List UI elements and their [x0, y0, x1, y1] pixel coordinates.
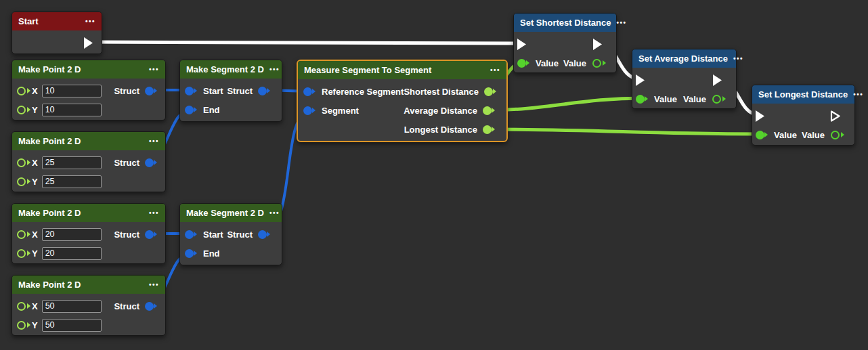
y-label: Y	[32, 105, 38, 115]
node-header[interactable]: Set Longest Distance •••	[752, 85, 854, 104]
reference-segment-input-pin[interactable]	[303, 87, 312, 96]
x-label: X	[32, 229, 38, 240]
value-output-pin[interactable]	[592, 59, 601, 68]
node-menu-icon[interactable]: •••	[485, 66, 500, 74]
struct-output-pin[interactable]	[145, 158, 154, 167]
struct-output-label: Struct	[114, 158, 139, 168]
y-input-pin[interactable]	[17, 177, 26, 186]
value-input-pin[interactable]	[517, 59, 526, 68]
node-title: Set Longest Distance	[758, 89, 848, 100]
end-input-label: End	[203, 248, 220, 259]
node-menu-icon[interactable]: •••	[144, 66, 159, 73]
struct-output-pin[interactable]	[145, 230, 154, 239]
x-value-field[interactable]	[42, 300, 102, 313]
segment-input-pin[interactable]	[303, 106, 312, 115]
start-input-label: Start	[203, 229, 223, 240]
value-input-pin[interactable]	[756, 131, 764, 139]
node-header[interactable]: Set Shortest Distance •••	[514, 14, 616, 32]
node-set-longest-distance[interactable]: Set Longest Distance ••• Value Value	[752, 85, 855, 146]
y-value-field[interactable]	[42, 319, 102, 332]
struct-output-pin[interactable]	[258, 230, 267, 239]
node-header[interactable]: Make Point 2 D •••	[12, 276, 165, 294]
node-set-average-distance[interactable]: Set Average Distance ••• Value Value	[632, 49, 737, 109]
node-header[interactable]: Start •••	[12, 12, 102, 30]
x-value-field[interactable]	[42, 156, 102, 169]
value-output-label: Value	[563, 58, 586, 68]
node-menu-icon[interactable]: •••	[611, 19, 626, 26]
node-make-segment-1[interactable]: Make Segment 2 D ••• Start Struct End	[179, 60, 282, 122]
struct-output-pin[interactable]	[145, 302, 154, 311]
exec-input-pin[interactable]	[517, 38, 527, 51]
y-label: Y	[32, 248, 38, 259]
node-menu-icon[interactable]: •••	[80, 18, 95, 25]
value-input-label: Value	[654, 94, 677, 104]
longest-distance-output-pin[interactable]	[483, 125, 492, 134]
node-menu-icon[interactable]: •••	[144, 209, 159, 217]
x-value-field[interactable]	[42, 85, 102, 97]
end-input-pin[interactable]	[185, 106, 194, 114]
node-header[interactable]: Make Point 2 D •••	[12, 204, 165, 222]
x-value-field[interactable]	[42, 228, 102, 241]
node-measure-segment-to-segment[interactable]: Measure Segment To Segment ••• Reference…	[297, 60, 508, 142]
value-output-pin[interactable]	[831, 131, 840, 139]
node-title: Set Average Distance	[638, 53, 728, 64]
struct-output-label: Struct	[227, 86, 253, 96]
node-title: Measure Segment To Segment	[304, 65, 431, 75]
start-input-pin[interactable]	[185, 87, 194, 95]
start-input-label: Start	[203, 86, 223, 96]
wire-exec-start-to-set-shortest[interactable]	[89, 42, 519, 43]
struct-output-pin[interactable]	[145, 87, 154, 95]
y-value-field[interactable]	[42, 247, 102, 260]
node-make-point-1[interactable]: Make Point 2 D ••• X Struct Y	[12, 60, 166, 121]
exec-output-pin[interactable]	[592, 38, 603, 51]
exec-output-pin[interactable]	[830, 110, 841, 123]
x-input-pin[interactable]	[17, 87, 26, 95]
y-value-field[interactable]	[42, 175, 102, 188]
node-graph-canvas[interactable]: Start ••• Make Point 2 D ••• X Struct Y	[0, 0, 868, 350]
y-input-pin[interactable]	[17, 321, 26, 330]
x-input-pin[interactable]	[17, 302, 26, 311]
node-menu-icon[interactable]: •••	[848, 91, 863, 98]
start-input-pin[interactable]	[185, 230, 194, 239]
node-title: Make Point 2 D	[18, 280, 81, 290]
node-menu-icon[interactable]: •••	[144, 281, 159, 288]
exec-input-pin[interactable]	[635, 74, 645, 87]
node-start[interactable]: Start •••	[12, 12, 102, 54]
x-label: X	[32, 158, 38, 168]
value-input-pin[interactable]	[636, 95, 645, 104]
node-header[interactable]: Make Segment 2 D •••	[180, 60, 282, 79]
node-make-point-3[interactable]: Make Point 2 D ••• X Struct Y	[12, 203, 166, 264]
struct-output-label: Struct	[114, 229, 139, 240]
x-input-pin[interactable]	[17, 158, 26, 167]
exec-input-pin[interactable]	[755, 110, 765, 123]
node-make-point-2[interactable]: Make Point 2 D ••• X Struct Y	[12, 131, 166, 192]
node-make-point-4[interactable]: Make Point 2 D ••• X Struct Y	[12, 275, 166, 336]
node-header[interactable]: Measure Segment To Segment •••	[298, 61, 506, 79]
node-menu-icon[interactable]: •••	[144, 137, 159, 145]
wire-number-longest-to-set-longest[interactable]	[483, 129, 762, 134]
end-input-pin[interactable]	[185, 249, 194, 258]
shortest-distance-output-pin[interactable]	[484, 87, 493, 96]
node-menu-icon[interactable]: •••	[264, 209, 280, 217]
average-distance-output-pin[interactable]	[483, 106, 492, 115]
exec-output-pin[interactable]	[83, 37, 93, 49]
node-header[interactable]: Make Point 2 D •••	[12, 60, 165, 79]
node-header[interactable]: Set Average Distance •••	[632, 49, 736, 68]
x-input-pin[interactable]	[17, 230, 26, 239]
node-header[interactable]: Make Segment 2 D •••	[180, 204, 282, 222]
node-menu-icon[interactable]: •••	[728, 55, 743, 62]
y-input-pin[interactable]	[17, 106, 26, 114]
y-input-pin[interactable]	[17, 249, 26, 258]
node-make-segment-2[interactable]: Make Segment 2 D ••• Start Struct End	[179, 203, 282, 265]
node-menu-icon[interactable]: •••	[264, 66, 280, 73]
shortest-distance-label: Shortest Distance	[404, 87, 479, 97]
exec-output-pin[interactable]	[712, 74, 722, 87]
reference-segment-label: Reference Segment	[322, 87, 404, 97]
end-input-label: End	[203, 105, 220, 115]
value-output-pin[interactable]	[712, 95, 721, 104]
node-header[interactable]: Make Point 2 D •••	[12, 132, 165, 150]
y-value-field[interactable]	[42, 104, 102, 116]
struct-output-pin[interactable]	[258, 87, 267, 95]
node-set-shortest-distance[interactable]: Set Shortest Distance ••• Value Value	[513, 13, 617, 73]
segment-label: Segment	[322, 106, 359, 116]
